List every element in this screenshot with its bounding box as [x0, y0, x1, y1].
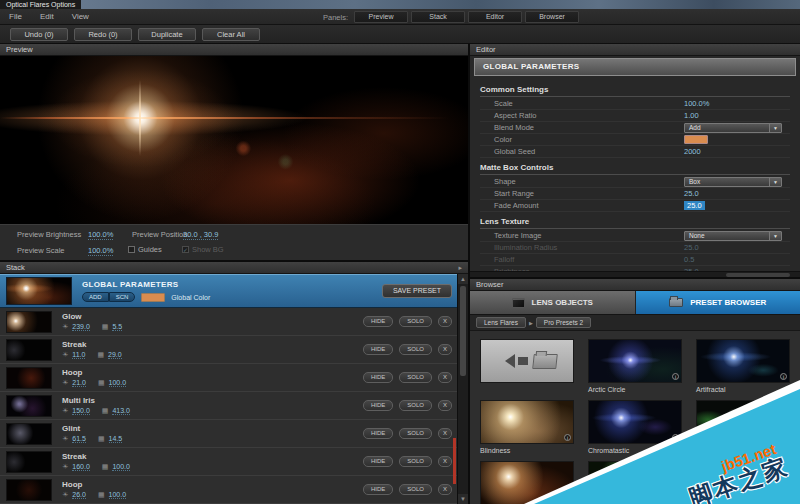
- preset-cell-arctic-circle[interactable]: i Arctic Circle: [588, 339, 682, 395]
- preset-cell-artifractal[interactable]: i Artifractal: [696, 339, 790, 395]
- global-color-swatch[interactable]: [141, 293, 165, 302]
- blend-mode-dropdown[interactable]: Add ▼: [684, 123, 782, 133]
- preset-cell-blindness[interactable]: i Blindness: [480, 400, 574, 456]
- menu-edit[interactable]: Edit: [31, 9, 63, 25]
- stack-expand-icon[interactable]: ▸: [458, 262, 462, 274]
- hide-button[interactable]: HIDE: [363, 400, 393, 411]
- panel-button-editor[interactable]: Editor: [468, 11, 522, 23]
- hide-button[interactable]: HIDE: [363, 344, 393, 355]
- solo-button[interactable]: SOLO: [399, 344, 432, 355]
- scroll-up-icon[interactable]: ▲: [458, 274, 468, 284]
- scale-value[interactable]: 29.0: [108, 351, 122, 359]
- duplicate-button[interactable]: Duplicate: [138, 28, 196, 41]
- stack-scrollbar[interactable]: ▲ ▼: [457, 274, 468, 504]
- menu-file[interactable]: File: [0, 9, 31, 25]
- brightness-value[interactable]: 239.0: [72, 323, 90, 331]
- scale-value[interactable]: 413.0: [112, 407, 130, 415]
- stack-row-streak[interactable]: Streak ☀ 11.0 ▦ 29.0 HIDE SOLO X: [0, 336, 468, 364]
- brightness-value[interactable]: 21.0: [72, 379, 86, 387]
- show-bg-control[interactable]: ✓ Show BG: [182, 245, 224, 254]
- save-preset-button[interactable]: SAVE PRESET: [382, 284, 452, 298]
- tab-preset-browser[interactable]: PRESET BROWSER: [636, 291, 800, 314]
- texture-image-dropdown[interactable]: None ▼: [684, 231, 782, 241]
- hide-button[interactable]: HIDE: [363, 316, 393, 327]
- panel-button-stack[interactable]: Stack: [411, 11, 465, 23]
- guides-control[interactable]: Guides: [128, 245, 162, 254]
- scale-value[interactable]: 100.0%: [684, 99, 709, 108]
- hide-button[interactable]: HIDE: [363, 484, 393, 495]
- global-seed-value[interactable]: 2000: [684, 147, 701, 156]
- preset-thumbnail[interactable]: i: [696, 339, 790, 383]
- menu-view[interactable]: View: [63, 9, 98, 25]
- preset-thumbnail[interactable]: i: [480, 400, 574, 444]
- start-range-value[interactable]: 25.0: [684, 189, 699, 198]
- solo-button[interactable]: SOLO: [399, 456, 432, 467]
- breadcrumb-pro-presets[interactable]: Pro Presets 2: [536, 317, 591, 328]
- remove-button[interactable]: X: [438, 316, 452, 327]
- brightness-value[interactable]: 61.5: [72, 435, 86, 443]
- remove-button[interactable]: X: [438, 400, 452, 411]
- info-icon[interactable]: i: [564, 434, 571, 441]
- hide-button[interactable]: HIDE: [363, 428, 393, 439]
- scrollbar-thumb[interactable]: [726, 273, 790, 277]
- brightness-value[interactable]: 150.0: [72, 407, 90, 415]
- stack-row-glow[interactable]: Glow ☀ 239.0 ▦ 5.5 HIDE SOLO X: [0, 308, 468, 336]
- preset-thumbnail[interactable]: i: [588, 339, 682, 383]
- panel-button-preview[interactable]: Preview: [354, 11, 408, 23]
- remove-button[interactable]: X: [438, 344, 452, 355]
- brightness-value[interactable]: 11.0: [72, 351, 85, 359]
- preview-scale-value[interactable]: 100.0%: [88, 246, 113, 256]
- hide-button[interactable]: HIDE: [363, 456, 393, 467]
- color-swatch[interactable]: [684, 135, 708, 144]
- remove-button[interactable]: X: [438, 456, 452, 467]
- scale-value[interactable]: 5.5: [112, 323, 122, 331]
- guides-checkbox-icon[interactable]: [128, 246, 135, 253]
- brightness-value[interactable]: 26.0: [72, 491, 86, 499]
- clear-all-button[interactable]: Clear All: [202, 28, 260, 41]
- scroll-down-icon[interactable]: ▼: [458, 494, 468, 504]
- stack-row-multi-iris[interactable]: Multi Iris ☀ 150.0 ▦ 413.0 HIDE SOLO X: [0, 392, 468, 420]
- preset-cell-up[interactable]: [480, 339, 574, 395]
- preview-panel-title: Preview: [6, 44, 33, 56]
- stack-row-hoop-2[interactable]: Hoop ☀ 26.0 ▦ 100.0 HIDE SOLO X: [0, 476, 468, 504]
- remove-button[interactable]: X: [438, 484, 452, 495]
- preview-brightness-value[interactable]: 100.0%: [88, 230, 113, 240]
- add-blend-button[interactable]: ADD: [82, 292, 109, 302]
- scale-value[interactable]: 100.0: [109, 491, 127, 499]
- panel-button-browser[interactable]: Browser: [525, 11, 579, 23]
- stack-row-streak-2[interactable]: Streak ☀ 160.0 ▦ 100.0 HIDE SOLO X: [0, 448, 468, 476]
- show-bg-checkbox-icon[interactable]: ✓: [182, 246, 189, 253]
- hide-button[interactable]: HIDE: [363, 372, 393, 383]
- info-icon[interactable]: i: [780, 373, 787, 380]
- tab-lens-objects[interactable]: LENS OBJECTS: [470, 291, 636, 314]
- remove-button[interactable]: X: [438, 372, 452, 383]
- solo-button[interactable]: SOLO: [399, 400, 432, 411]
- info-icon[interactable]: i: [672, 373, 679, 380]
- stack-global-parameters-row[interactable]: GLOBAL PARAMETERS ADD SCN Global Color S…: [0, 274, 468, 308]
- stack-row-glint[interactable]: Glint ☀ 61.5 ▦ 14.5 HIDE SOLO X: [0, 420, 468, 448]
- preset-thumbnail[interactable]: i: [588, 400, 682, 444]
- up-folder-thumbnail[interactable]: [480, 339, 574, 383]
- remove-button[interactable]: X: [438, 428, 452, 439]
- aspect-ratio-value[interactable]: 1.00: [684, 111, 699, 120]
- aspect-ratio-label: Aspect Ratio: [494, 111, 684, 120]
- editor-horizontal-scrollbar[interactable]: [470, 271, 800, 277]
- scale-value[interactable]: 14.5: [109, 435, 123, 443]
- brightness-value[interactable]: 160.0: [72, 463, 90, 471]
- redo-button[interactable]: Redo (0): [74, 28, 132, 41]
- breadcrumb-lens-flares[interactable]: Lens Flares: [476, 317, 526, 328]
- scale-value[interactable]: 100.0: [112, 463, 130, 471]
- scale-value[interactable]: 100.0: [109, 379, 127, 387]
- preview-viewport[interactable]: [0, 56, 468, 224]
- solo-button[interactable]: SOLO: [399, 428, 432, 439]
- solo-button[interactable]: SOLO: [399, 372, 432, 383]
- solo-button[interactable]: SOLO: [399, 316, 432, 327]
- scn-blend-button[interactable]: SCN: [109, 292, 136, 302]
- shape-dropdown[interactable]: Box ▼: [684, 177, 782, 187]
- preview-position-value[interactable]: 30.0 , 30.9: [183, 230, 218, 240]
- solo-button[interactable]: SOLO: [399, 484, 432, 495]
- undo-button[interactable]: Undo (0): [10, 28, 68, 41]
- scrollbar-thumb[interactable]: [460, 286, 466, 376]
- stack-row-hoop[interactable]: Hoop ☀ 21.0 ▦ 100.0 HIDE SOLO X: [0, 364, 468, 392]
- fade-amount-value[interactable]: 25.0: [684, 201, 705, 210]
